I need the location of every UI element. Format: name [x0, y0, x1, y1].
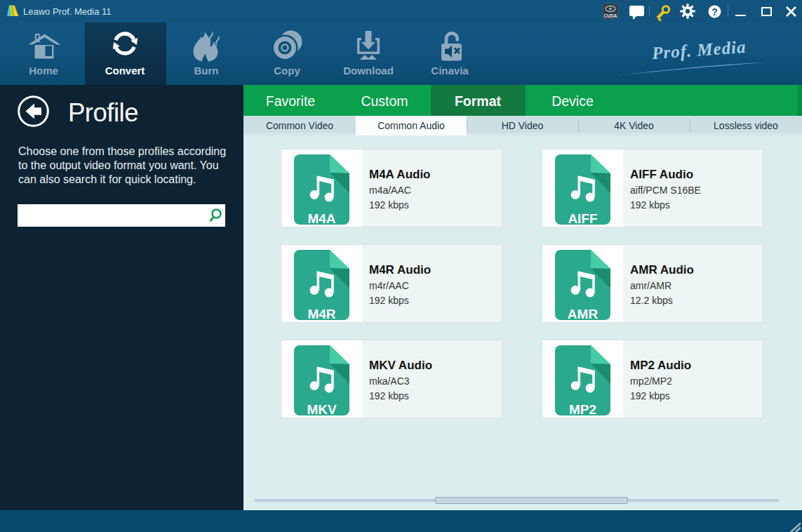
svg-text:M4R: M4R	[307, 307, 335, 320]
svg-text:AIFF: AIFF	[568, 211, 597, 225]
svg-text:AMR: AMR	[568, 307, 599, 320]
svg-text:CUDA: CUDA	[604, 13, 617, 18]
svg-text:?: ?	[711, 6, 718, 18]
svg-text:M4A: M4A	[307, 211, 335, 225]
svg-text:MP2: MP2	[569, 402, 596, 415]
svg-text:MKV: MKV	[307, 402, 337, 415]
